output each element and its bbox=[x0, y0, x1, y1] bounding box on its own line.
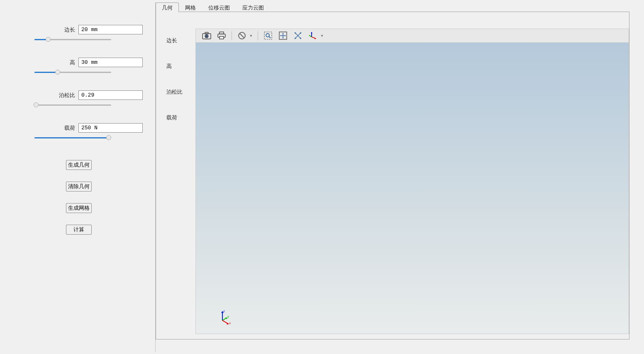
tab-content-geometry: 边长 高 泊松比 载荷 bbox=[156, 12, 629, 339]
generate-geometry-button[interactable]: 生成几何 bbox=[66, 160, 92, 170]
side-slider[interactable] bbox=[34, 38, 111, 42]
toolbar-separator bbox=[232, 31, 232, 40]
3d-viewport[interactable]: z y x bbox=[195, 43, 629, 334]
print-icon[interactable] bbox=[214, 29, 229, 42]
toolbar-separator bbox=[258, 31, 258, 40]
clear-geometry-button[interactable]: 清除几何 bbox=[66, 182, 92, 192]
results-panel: 几何 网格 位移云图 应力云图 边长 高 泊松比 载荷 bbox=[156, 2, 642, 352]
rotate-icon[interactable] bbox=[290, 29, 305, 42]
tab-geometry[interactable]: 几何 bbox=[156, 2, 179, 12]
zoom-extents-icon[interactable] bbox=[276, 29, 290, 42]
svg-text:x: x bbox=[229, 321, 231, 325]
svg-line-11 bbox=[269, 36, 271, 38]
tab-mesh[interactable]: 网格 bbox=[179, 2, 202, 12]
poisson-input[interactable] bbox=[78, 90, 143, 100]
viewport-area: ▼ bbox=[195, 12, 629, 339]
svg-text:z: z bbox=[223, 309, 225, 313]
svg-rect-6 bbox=[220, 36, 224, 39]
dropdown-arrow-icon[interactable]: ▼ bbox=[320, 29, 324, 42]
height-input[interactable] bbox=[78, 58, 143, 67]
tab-displacement-cloud[interactable]: 位移云图 bbox=[202, 2, 236, 12]
sublabel-side: 边长 bbox=[166, 37, 191, 43]
param-load-label: 载荷 bbox=[59, 124, 75, 132]
param-poisson-group: 泊松比 bbox=[15, 90, 143, 107]
sub-label-column: 边长 高 泊松比 载荷 bbox=[156, 12, 195, 339]
param-height-label: 高 bbox=[59, 59, 75, 66]
load-slider[interactable] bbox=[34, 136, 111, 140]
tab-stress-cloud[interactable]: 应力云图 bbox=[236, 2, 270, 12]
height-slider[interactable] bbox=[34, 70, 111, 75]
param-load-group: 载荷 bbox=[15, 123, 143, 140]
screenshot-icon[interactable] bbox=[199, 29, 214, 42]
dropdown-arrow-icon[interactable]: ▼ bbox=[249, 29, 254, 42]
svg-rect-9 bbox=[264, 32, 272, 39]
svg-line-8 bbox=[240, 34, 244, 38]
param-poisson-label: 泊松比 bbox=[59, 92, 75, 99]
svg-rect-1 bbox=[205, 32, 208, 34]
parameter-panel: 边长 高 泊松比 bbox=[2, 2, 156, 352]
viewport-toolbar: ▼ bbox=[195, 29, 629, 43]
poisson-slider[interactable] bbox=[34, 103, 111, 107]
svg-line-19 bbox=[309, 35, 312, 37]
side-input[interactable] bbox=[78, 25, 143, 34]
sublabel-height: 高 bbox=[166, 63, 191, 68]
param-side-group: 边长 bbox=[15, 25, 143, 42]
axis-view-icon[interactable] bbox=[305, 29, 320, 42]
param-side-label: 边长 bbox=[59, 26, 75, 34]
param-height-group: 高 bbox=[15, 58, 143, 75]
axis-triad-icon: z y x bbox=[217, 309, 233, 325]
svg-text:y: y bbox=[227, 315, 229, 318]
compute-button[interactable]: 计算 bbox=[66, 225, 92, 235]
generate-mesh-button[interactable]: 生成网格 bbox=[66, 203, 92, 213]
sublabel-load: 载荷 bbox=[166, 114, 191, 120]
sublabel-poisson: 泊松比 bbox=[166, 88, 191, 94]
svg-point-10 bbox=[266, 34, 269, 37]
tabs-row: 几何 网格 位移云图 应力云图 bbox=[156, 2, 629, 12]
zoom-box-icon[interactable] bbox=[261, 29, 276, 42]
load-input[interactable] bbox=[78, 123, 143, 133]
disable-icon[interactable] bbox=[234, 29, 249, 42]
svg-point-3 bbox=[206, 36, 207, 37]
